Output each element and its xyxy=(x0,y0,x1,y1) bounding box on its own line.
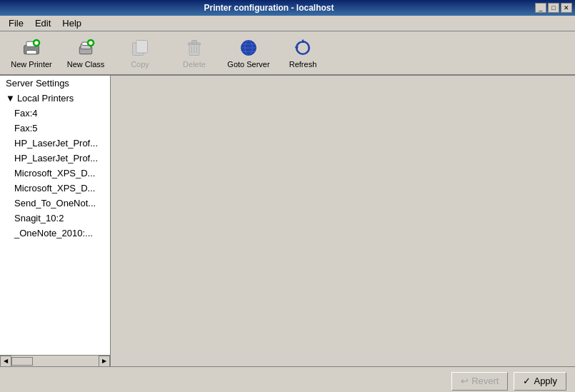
list-item[interactable]: Snagit_10:2 xyxy=(0,211,110,226)
list-item[interactable]: HP_LaserJet_Prof... xyxy=(0,151,110,166)
minimize-button[interactable]: _ xyxy=(535,3,546,13)
close-button[interactable]: ✕ xyxy=(561,3,572,13)
svg-rect-13 xyxy=(136,40,148,53)
delete-label: Delete xyxy=(183,60,206,69)
scroll-thumb[interactable] xyxy=(11,357,33,366)
refresh-label: Refresh xyxy=(289,60,317,69)
sidebar: Server Settings ▼ Local Printers Fax:4 F… xyxy=(0,76,111,355)
new-printer-button[interactable]: New Printer xyxy=(6,34,57,72)
apply-icon: ✓ xyxy=(523,376,531,386)
right-panel xyxy=(111,76,575,355)
maximize-button[interactable]: □ xyxy=(548,3,559,13)
bottom-bar: ↩ Revert ✓ Apply xyxy=(0,366,575,392)
new-printer-label: New Printer xyxy=(11,60,51,69)
sidebar-scrollbar[interactable]: ◀ ▶ xyxy=(0,355,111,366)
svg-rect-11 xyxy=(89,41,92,44)
scroll-left-arrow[interactable]: ◀ xyxy=(0,356,11,367)
list-item[interactable]: Microsoft_XPS_D... xyxy=(0,181,110,196)
menu-edit[interactable]: Edit xyxy=(29,16,56,30)
copy-button[interactable]: Copy xyxy=(114,34,166,72)
new-printer-icon xyxy=(20,37,43,58)
delete-button[interactable]: Delete xyxy=(169,34,220,72)
revert-label: Revert xyxy=(471,376,499,386)
refresh-button[interactable]: Refresh xyxy=(277,34,329,72)
scroll-right-arrow[interactable]: ▶ xyxy=(99,356,110,367)
new-class-button[interactable]: New Class xyxy=(60,34,111,72)
toolbar: New Printer New Class Copy xyxy=(0,31,575,76)
copy-label: Copy xyxy=(131,60,149,69)
local-printers-label: Local Printers xyxy=(17,93,74,104)
list-item[interactable]: Send_To_OneNot... xyxy=(0,196,110,211)
svg-marker-26 xyxy=(295,46,299,50)
menu-file[interactable]: File xyxy=(3,16,29,30)
window-controls: _ □ ✕ xyxy=(535,3,572,13)
list-item[interactable]: HP_LaserJet_Prof... xyxy=(0,136,110,151)
svg-rect-2 xyxy=(26,50,36,54)
svg-rect-16 xyxy=(192,40,197,43)
revert-button[interactable]: ↩ Revert xyxy=(451,372,508,391)
list-item[interactable]: Fax:5 xyxy=(0,121,110,136)
goto-server-icon xyxy=(237,37,260,58)
server-settings-item[interactable]: Server Settings xyxy=(0,76,110,91)
main-content: Server Settings ▼ Local Printers Fax:4 F… xyxy=(0,76,575,355)
list-item[interactable]: Fax:4 xyxy=(0,106,110,121)
local-printers-group[interactable]: ▼ Local Printers xyxy=(0,91,110,106)
delete-icon xyxy=(183,37,206,58)
copy-icon xyxy=(129,37,151,58)
list-item[interactable]: _OneNote_2010:... xyxy=(0,226,110,241)
menu-help[interactable]: Help xyxy=(56,16,87,30)
window-title: Printer configuration - localhost xyxy=(3,3,535,13)
svg-rect-5 xyxy=(34,41,38,44)
apply-button[interactable]: ✓ Apply xyxy=(514,372,566,391)
apply-label: Apply xyxy=(534,376,557,386)
goto-server-label: Goto Server xyxy=(227,60,269,69)
new-class-icon xyxy=(74,37,97,58)
refresh-icon xyxy=(291,37,314,58)
menu-bar: File Edit Help xyxy=(0,16,575,31)
title-bar: Printer configuration - localhost _ □ ✕ xyxy=(0,0,575,16)
new-class-label: New Class xyxy=(67,60,105,69)
list-item[interactable]: Microsoft_XPS_D... xyxy=(0,166,110,181)
goto-server-button[interactable]: Goto Server xyxy=(223,34,274,72)
expand-icon: ▼ xyxy=(6,93,15,104)
revert-icon: ↩ xyxy=(461,376,469,386)
